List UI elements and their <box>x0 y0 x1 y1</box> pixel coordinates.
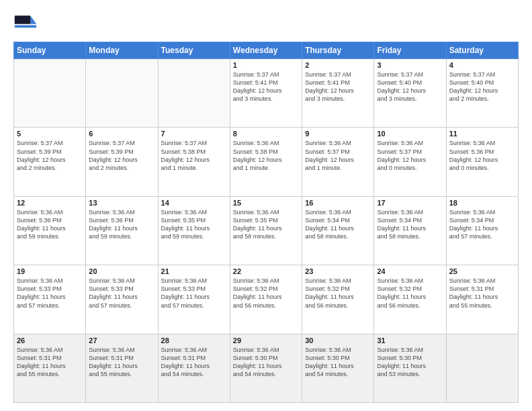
day-info: Sunrise: 5:36 AM Sunset: 5:38 PM Dayligh… <box>233 139 299 172</box>
calendar-cell: 1Sunrise: 5:37 AM Sunset: 5:41 PM Daylig… <box>230 59 302 128</box>
calendar-cell: 26Sunrise: 5:36 AM Sunset: 5:31 PM Dayli… <box>14 334 86 402</box>
day-number: 16 <box>305 199 371 207</box>
calendar-cell: 27Sunrise: 5:36 AM Sunset: 5:31 PM Dayli… <box>86 334 158 402</box>
day-info: Sunrise: 5:36 AM Sunset: 5:32 PM Dayligh… <box>305 277 371 310</box>
day-number: 31 <box>377 336 443 345</box>
calendar-cell: 30Sunrise: 5:36 AM Sunset: 5:30 PM Dayli… <box>302 334 374 402</box>
week-row-1: 1Sunrise: 5:37 AM Sunset: 5:41 PM Daylig… <box>14 59 519 128</box>
day-info: Sunrise: 5:36 AM Sunset: 5:33 PM Dayligh… <box>161 277 227 310</box>
calendar-cell <box>158 59 230 128</box>
weekday-header-friday: Friday <box>374 42 446 59</box>
calendar-cell: 12Sunrise: 5:36 AM Sunset: 5:36 PM Dayli… <box>14 196 86 265</box>
calendar-cell: 24Sunrise: 5:36 AM Sunset: 5:32 PM Dayli… <box>374 265 446 334</box>
page: SundayMondayTuesdayWednesdayThursdayFrid… <box>0 0 532 411</box>
calendar-cell: 7Sunrise: 5:37 AM Sunset: 5:38 PM Daylig… <box>158 128 230 196</box>
day-info: Sunrise: 5:36 AM Sunset: 5:32 PM Dayligh… <box>377 277 443 310</box>
day-number: 24 <box>377 267 443 275</box>
calendar-cell: 4Sunrise: 5:37 AM Sunset: 5:40 PM Daylig… <box>446 59 518 128</box>
day-info: Sunrise: 5:36 AM Sunset: 5:34 PM Dayligh… <box>377 208 443 241</box>
day-info: Sunrise: 5:37 AM Sunset: 5:38 PM Dayligh… <box>161 139 227 172</box>
logo <box>13 11 40 35</box>
day-info: Sunrise: 5:36 AM Sunset: 5:30 PM Dayligh… <box>233 346 299 379</box>
day-number: 10 <box>377 130 443 138</box>
day-info: Sunrise: 5:37 AM Sunset: 5:39 PM Dayligh… <box>89 139 154 172</box>
day-number: 19 <box>17 267 83 275</box>
day-info: Sunrise: 5:36 AM Sunset: 5:36 PM Dayligh… <box>17 208 83 241</box>
calendar-cell <box>86 59 158 128</box>
calendar-cell: 31Sunrise: 5:36 AM Sunset: 5:30 PM Dayli… <box>374 334 446 402</box>
day-info: Sunrise: 5:37 AM Sunset: 5:39 PM Dayligh… <box>17 139 83 172</box>
header <box>13 11 519 35</box>
day-number: 14 <box>161 199 227 207</box>
calendar-cell: 15Sunrise: 5:36 AM Sunset: 5:35 PM Dayli… <box>230 196 302 265</box>
day-number: 6 <box>89 130 154 138</box>
weekday-header-monday: Monday <box>86 42 158 59</box>
day-number: 30 <box>305 336 371 345</box>
day-info: Sunrise: 5:36 AM Sunset: 5:34 PM Dayligh… <box>449 208 515 241</box>
calendar-cell: 21Sunrise: 5:36 AM Sunset: 5:33 PM Dayli… <box>158 265 230 334</box>
day-info: Sunrise: 5:36 AM Sunset: 5:37 PM Dayligh… <box>305 139 371 172</box>
day-info: Sunrise: 5:36 AM Sunset: 5:30 PM Dayligh… <box>377 346 443 379</box>
calendar-cell: 16Sunrise: 5:36 AM Sunset: 5:34 PM Dayli… <box>302 196 374 265</box>
day-number: 3 <box>377 61 443 69</box>
day-number: 26 <box>17 336 83 345</box>
day-info: Sunrise: 5:36 AM Sunset: 5:32 PM Dayligh… <box>233 277 299 310</box>
day-number: 12 <box>17 199 83 207</box>
svg-rect-1 <box>15 15 30 24</box>
calendar-cell <box>14 59 86 128</box>
svg-rect-2 <box>15 26 36 28</box>
day-info: Sunrise: 5:36 AM Sunset: 5:36 PM Dayligh… <box>449 139 515 172</box>
calendar-header-row: SundayMondayTuesdayWednesdayThursdayFrid… <box>14 42 519 59</box>
calendar-cell: 9Sunrise: 5:36 AM Sunset: 5:37 PM Daylig… <box>302 128 374 196</box>
calendar-cell: 22Sunrise: 5:36 AM Sunset: 5:32 PM Dayli… <box>230 265 302 334</box>
calendar-cell: 3Sunrise: 5:37 AM Sunset: 5:40 PM Daylig… <box>374 59 446 128</box>
day-info: Sunrise: 5:37 AM Sunset: 5:41 PM Dayligh… <box>233 71 299 103</box>
calendar-cell: 11Sunrise: 5:36 AM Sunset: 5:36 PM Dayli… <box>446 128 518 196</box>
day-number: 23 <box>305 267 371 275</box>
calendar-cell: 29Sunrise: 5:36 AM Sunset: 5:30 PM Dayli… <box>230 334 302 402</box>
calendar-cell: 23Sunrise: 5:36 AM Sunset: 5:32 PM Dayli… <box>302 265 374 334</box>
day-number: 7 <box>161 130 227 138</box>
calendar-cell: 6Sunrise: 5:37 AM Sunset: 5:39 PM Daylig… <box>86 128 158 196</box>
day-number: 13 <box>89 199 154 207</box>
day-info: Sunrise: 5:37 AM Sunset: 5:40 PM Dayligh… <box>449 71 515 103</box>
day-number: 11 <box>449 130 515 138</box>
calendar-cell: 25Sunrise: 5:36 AM Sunset: 5:31 PM Dayli… <box>446 265 518 334</box>
day-info: Sunrise: 5:36 AM Sunset: 5:34 PM Dayligh… <box>305 208 371 241</box>
calendar-cell: 2Sunrise: 5:37 AM Sunset: 5:41 PM Daylig… <box>302 59 374 128</box>
calendar-table: SundayMondayTuesdayWednesdayThursdayFrid… <box>13 42 519 403</box>
day-info: Sunrise: 5:36 AM Sunset: 5:37 PM Dayligh… <box>377 139 443 172</box>
week-row-2: 5Sunrise: 5:37 AM Sunset: 5:39 PM Daylig… <box>14 128 519 196</box>
day-info: Sunrise: 5:36 AM Sunset: 5:36 PM Dayligh… <box>89 208 154 241</box>
day-info: Sunrise: 5:36 AM Sunset: 5:33 PM Dayligh… <box>89 277 154 310</box>
weekday-header-wednesday: Wednesday <box>230 42 302 59</box>
day-info: Sunrise: 5:36 AM Sunset: 5:31 PM Dayligh… <box>17 346 83 379</box>
day-number: 20 <box>89 267 154 275</box>
calendar-cell: 14Sunrise: 5:36 AM Sunset: 5:35 PM Dayli… <box>158 196 230 265</box>
day-number: 25 <box>449 267 515 275</box>
day-number: 15 <box>233 199 299 207</box>
calendar-cell <box>446 334 518 402</box>
day-info: Sunrise: 5:36 AM Sunset: 5:33 PM Dayligh… <box>17 277 83 310</box>
day-info: Sunrise: 5:37 AM Sunset: 5:41 PM Dayligh… <box>305 71 371 103</box>
day-info: Sunrise: 5:37 AM Sunset: 5:40 PM Dayligh… <box>377 71 443 103</box>
day-number: 27 <box>89 336 154 345</box>
calendar-cell: 13Sunrise: 5:36 AM Sunset: 5:36 PM Dayli… <box>86 196 158 265</box>
week-row-5: 26Sunrise: 5:36 AM Sunset: 5:31 PM Dayli… <box>14 334 519 402</box>
week-row-3: 12Sunrise: 5:36 AM Sunset: 5:36 PM Dayli… <box>14 196 519 265</box>
day-number: 4 <box>449 61 515 69</box>
day-number: 28 <box>161 336 227 345</box>
weekday-header-thursday: Thursday <box>302 42 374 59</box>
day-info: Sunrise: 5:36 AM Sunset: 5:31 PM Dayligh… <box>449 277 515 310</box>
day-info: Sunrise: 5:36 AM Sunset: 5:35 PM Dayligh… <box>161 208 227 241</box>
day-info: Sunrise: 5:36 AM Sunset: 5:30 PM Dayligh… <box>305 346 371 379</box>
calendar-cell: 28Sunrise: 5:36 AM Sunset: 5:31 PM Dayli… <box>158 334 230 402</box>
calendar-cell: 17Sunrise: 5:36 AM Sunset: 5:34 PM Dayli… <box>374 196 446 265</box>
svg-marker-0 <box>30 15 36 24</box>
day-info: Sunrise: 5:36 AM Sunset: 5:35 PM Dayligh… <box>233 208 299 241</box>
day-number: 1 <box>233 61 299 69</box>
weekday-header-tuesday: Tuesday <box>158 42 230 59</box>
day-number: 21 <box>161 267 227 275</box>
day-number: 2 <box>305 61 371 69</box>
day-number: 8 <box>233 130 299 138</box>
